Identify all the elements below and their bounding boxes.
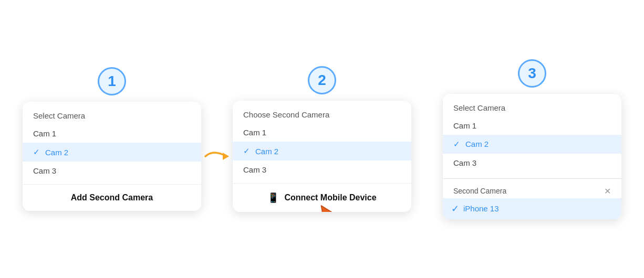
step-2-card: Choose Second Camera Cam 1 ✓ Cam 2 Cam 3… xyxy=(233,101,411,212)
step-2-cam3[interactable]: Cam 3 xyxy=(233,161,411,179)
step-3-cam1-label: Cam 1 xyxy=(453,121,476,130)
step-1-header: Select Camera xyxy=(23,109,201,124)
step-1-cam2[interactable]: ✓ Cam 2 xyxy=(23,143,201,162)
step-1-wrapper: 1 Select Camera Cam 1 ✓ Cam 2 Cam 3 Add … xyxy=(23,67,201,211)
step-3-cam2-label: Cam 2 xyxy=(465,140,489,148)
add-second-camera-label: Add Second Camera xyxy=(71,193,153,202)
step-1-badge: 1 xyxy=(98,67,126,95)
step-1-cam2-check: ✓ xyxy=(33,147,40,157)
step-1-cam3-label: Cam 3 xyxy=(33,166,56,175)
step-1-cam2-label: Cam 2 xyxy=(45,148,68,157)
step-2-cam1[interactable]: Cam 1 xyxy=(233,123,411,142)
step-3-cam1[interactable]: Cam 1 xyxy=(443,116,621,135)
arrow-1-2 xyxy=(201,146,233,167)
step-3-close-button[interactable]: ✕ xyxy=(604,186,611,196)
cursor-arrow xyxy=(318,205,338,212)
step-3-cam3-label: Cam 3 xyxy=(453,158,476,167)
step-1-number: 1 xyxy=(108,73,116,90)
step-3-header: Select Camera xyxy=(443,101,621,116)
tutorial-steps: 1 Select Camera Cam 1 ✓ Cam 2 Cam 3 Add … xyxy=(0,49,644,230)
step-2-cam1-label: Cam 1 xyxy=(243,128,266,137)
step-3-divider xyxy=(443,178,621,179)
step-2-wrapper: 2 Choose Second Camera Cam 1 ✓ Cam 2 Cam… xyxy=(233,66,411,212)
step-1-card: Select Camera Cam 1 ✓ Cam 2 Cam 3 Add Se… xyxy=(23,102,201,211)
step-2-cam2-check: ✓ xyxy=(243,146,250,156)
step-2-camera-list: Choose Second Camera Cam 1 ✓ Cam 2 Cam 3 xyxy=(233,101,411,183)
arrow-1-2-icon xyxy=(203,146,232,167)
step-2-cam2-label: Cam 2 xyxy=(255,147,278,156)
step-3-wrapper: 3 Select Camera Cam 1 ✓ Cam 2 Cam 3 Seco… xyxy=(443,59,621,219)
step-1-cam3[interactable]: Cam 3 xyxy=(23,162,201,180)
step-2-badge: 2 xyxy=(308,66,336,94)
step-3-second-camera-section: Second Camera ✕ xyxy=(443,181,621,198)
step-2-cam2[interactable]: ✓ Cam 2 xyxy=(233,142,411,161)
svg-marker-0 xyxy=(223,153,229,160)
step-1-cam1-label: Cam 1 xyxy=(33,129,56,138)
step-3-card: Select Camera Cam 1 ✓ Cam 2 Cam 3 Second… xyxy=(443,94,621,219)
step-3-cam2-check: ✓ xyxy=(453,140,460,149)
step-3-camera-list: Select Camera Cam 1 ✓ Cam 2 Cam 3 xyxy=(443,94,621,176)
step-3-cam2[interactable]: ✓ Cam 2 xyxy=(443,135,621,154)
step-3-iphone-label: iPhone 13 xyxy=(463,204,499,213)
mobile-icon: 📱 xyxy=(267,192,279,204)
step-3-iphone-check: ✓ xyxy=(451,203,459,215)
step-3-second-camera-label: Second Camera xyxy=(453,187,506,195)
step-3-number: 3 xyxy=(528,65,536,82)
step-2-number: 2 xyxy=(318,72,326,89)
step-1-camera-list: Select Camera Cam 1 ✓ Cam 2 Cam 3 xyxy=(23,102,201,184)
add-second-camera-button[interactable]: Add Second Camera xyxy=(23,184,201,211)
step-1-cam1[interactable]: Cam 1 xyxy=(23,124,201,143)
step-3-iphone[interactable]: ✓ iPhone 13 xyxy=(443,198,621,219)
step-2-header: Choose Second Camera xyxy=(233,108,411,123)
connect-mobile-label: Connect Mobile Device xyxy=(284,193,376,202)
step-3-cam3[interactable]: Cam 3 xyxy=(443,154,621,172)
step-3-badge: 3 xyxy=(518,59,546,88)
svg-marker-1 xyxy=(321,206,335,212)
step-2-cam3-label: Cam 3 xyxy=(243,165,266,174)
